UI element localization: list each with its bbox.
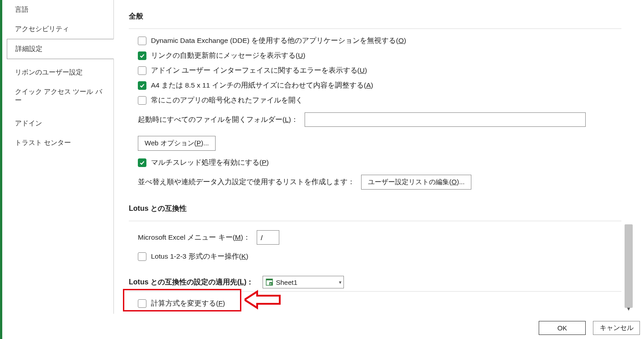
section-divider	[129, 291, 621, 292]
button-edit-custom-lists[interactable]: ユーザー設定リストの編集(O)...	[361, 175, 471, 190]
scrollbar-thumb[interactable]	[625, 224, 633, 308]
label-menu-key: Microsoft Excel メニュー キー(M)：	[138, 233, 250, 242]
button-web-options[interactable]: Web オプション(P)...	[138, 136, 216, 151]
checkbox-encrypted-open[interactable]	[138, 96, 146, 105]
checkbox-lotus123-keys[interactable]	[138, 252, 146, 261]
ok-button[interactable]: OK	[539, 321, 586, 335]
cancel-button[interactable]: キャンセル	[593, 321, 640, 335]
sidebar-item-advanced[interactable]: 詳細設定	[7, 39, 114, 59]
input-menu-key[interactable]	[257, 230, 279, 245]
sidebar-item-ribbon[interactable]: リボンのユーザー設定	[7, 63, 113, 82]
checkbox-a4-scale[interactable]	[138, 81, 146, 90]
label-multithread: マルチスレッド処理を有効にする(P)	[151, 158, 269, 167]
label-lotus123-keys: Lotus 1-2-3 形式のキー操作(K)	[151, 252, 248, 261]
combo-selected-sheet: Sheet1	[276, 279, 297, 286]
label-a4-scale: A4 または 8.5 x 11 インチの用紙サイズに合わせて内容を調整する(A)	[151, 81, 373, 90]
svg-rect-1	[266, 279, 273, 280]
scrollbar-down-arrow[interactable]: ▼	[625, 305, 633, 312]
label-dde: Dynamic Data Exchange (DDE) を使用する他のアプリケー…	[151, 36, 406, 46]
svg-text:X: X	[270, 283, 272, 285]
section-divider	[129, 221, 621, 221]
worksheet-icon: X	[266, 279, 273, 286]
options-sidebar: 言語 アクセシビリティ 詳細設定 リボンのユーザー設定 クイック アクセス ツー…	[7, 0, 114, 314]
section-title-lotus: Lotus との互換性	[129, 204, 628, 214]
chevron-down-icon: ▾	[339, 279, 342, 285]
advanced-settings-panel: 全般 Dynamic Data Exchange (DDE) を使用する他のアプ…	[120, 0, 635, 314]
checkbox-change-calc[interactable]	[138, 299, 146, 308]
options-dialog: 言語 アクセシビリティ 詳細設定 リボンのユーザー設定 クイック アクセス ツー…	[0, 0, 644, 339]
checkbox-multithread[interactable]	[138, 158, 146, 167]
sidebar-item-accessibility[interactable]: アクセシビリティ	[7, 19, 113, 39]
sidebar-item-trustcenter[interactable]: トラスト センター	[7, 133, 113, 153]
label-addin-error: アドイン ユーザー インターフェイスに関するエラーを表示する(U)	[151, 66, 367, 75]
checkbox-link-update[interactable]	[138, 51, 146, 60]
section-divider	[129, 28, 621, 29]
label-startup-folder: 起動時にすべてのファイルを開くフォルダー(L)：	[138, 115, 298, 125]
sidebar-item-addins[interactable]: アドイン	[7, 114, 113, 133]
dialog-footer: OK キャンセル	[2, 316, 644, 339]
sidebar-item-language[interactable]: 言語	[7, 0, 113, 19]
checkbox-dde[interactable]	[138, 37, 146, 45]
input-startup-folder[interactable]	[305, 112, 586, 127]
label-link-update: リンクの自動更新前にメッセージを表示する(U)	[151, 51, 306, 60]
combo-lotus-apply-sheet[interactable]: X Sheet1 ▾	[263, 276, 344, 288]
sidebar-item-qat[interactable]: クイック アクセス ツール バー	[7, 82, 113, 110]
section-title-general: 全般	[129, 12, 628, 21]
label-change-calc: 計算方式を変更する(F)	[151, 299, 225, 308]
label-custom-lists: 並べ替え順や連続データ入力設定で使用するリストを作成します：	[138, 177, 355, 187]
section-title-lotus-apply: Lotus との互換性の設定の適用先(L)：	[129, 278, 254, 287]
label-encrypted-open: 常にこのアプリの暗号化されたファイルを開く	[151, 96, 303, 105]
checkbox-addin-error[interactable]	[138, 66, 146, 75]
